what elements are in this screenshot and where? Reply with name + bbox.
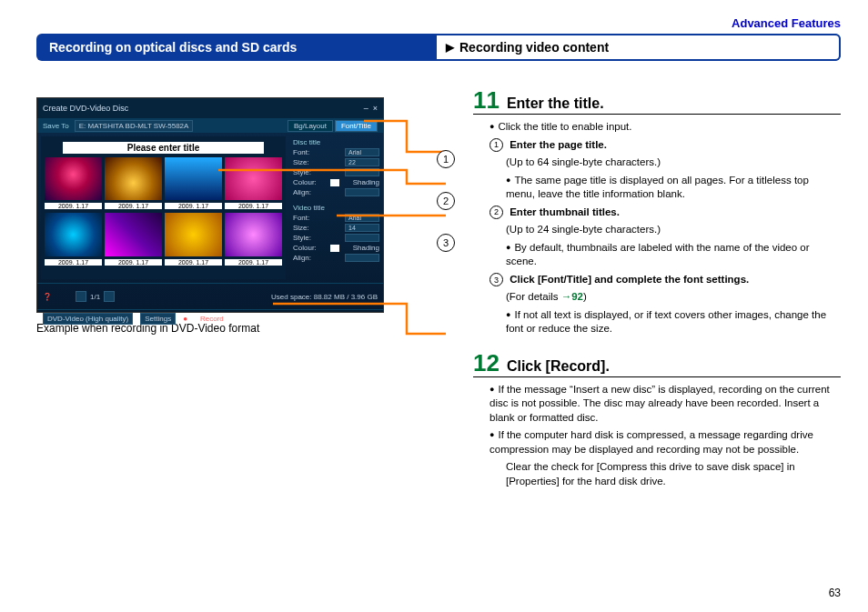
step-line: The same page title is displayed on all … xyxy=(473,174,841,202)
step-line: (Up to 24 single-byte characters.) xyxy=(473,223,841,237)
step-line: (Up to 64 single-byte characters.) xyxy=(473,156,841,170)
prev-page-button[interactable] xyxy=(76,291,86,302)
next-page-button[interactable] xyxy=(104,291,115,302)
callout-3: 3 xyxy=(437,234,455,252)
step-title: Click [Record]. xyxy=(507,358,610,375)
window-title: Create DVD-Video Disc xyxy=(43,104,128,113)
size-select-2[interactable]: 14 xyxy=(345,224,379,232)
bluebar-right-text: Recording video content xyxy=(459,40,609,55)
tab-font-title[interactable]: Font/Title xyxy=(335,120,378,132)
bluebar-left: Recording on optical discs and SD cards xyxy=(36,40,437,55)
record-icon: ● xyxy=(183,315,187,323)
thumbnail-grid: 2009. 1.17 2009. 1.17 2009. 1.17 2009. 1… xyxy=(45,157,282,256)
section-header: Advanced Features xyxy=(36,16,841,30)
align-select-2[interactable] xyxy=(345,254,379,262)
page-title-input[interactable]: Please enter title xyxy=(63,142,264,154)
thumbnail[interactable]: 2009. 1.17 xyxy=(45,157,102,200)
step-line: Clear the check for [Compress this drive… xyxy=(473,460,841,488)
step-line: 1 Enter the page title. xyxy=(473,138,841,153)
font-select-2[interactable]: Arial xyxy=(345,214,379,222)
step-number: 11 xyxy=(473,88,500,112)
thumbnail[interactable]: 2009. 1.17 xyxy=(165,157,222,200)
thumbnail[interactable]: 2009. 1.17 xyxy=(225,157,282,200)
step-line: By default, thumbnails are labeled with … xyxy=(473,241,841,269)
record-button[interactable]: Record xyxy=(200,315,224,323)
step-number: 12 xyxy=(473,351,500,375)
callout-1: 1 xyxy=(437,150,455,168)
used-space: Used space: 88.82 MB / 3.96 GB xyxy=(271,293,378,301)
chevron-right-icon: ▶ xyxy=(446,41,454,54)
step-line: If not all text is displayed, or if text… xyxy=(473,308,841,336)
size-select[interactable]: 22 xyxy=(345,158,379,166)
callout-2: 2 xyxy=(437,192,455,210)
page-link-92[interactable]: →92 xyxy=(561,291,583,302)
tab-layout[interactable]: Bg/Layout xyxy=(288,120,333,132)
app-screenshot: Create DVD-Video Disc – × Save To E: MAT… xyxy=(36,97,384,313)
thumbnail[interactable]: 2009. 1.17 xyxy=(45,213,102,256)
align-select[interactable] xyxy=(345,188,379,196)
step-title: Enter the title. xyxy=(507,95,604,112)
title-bar: Recording on optical discs and SD cards … xyxy=(36,34,841,61)
step-line: Click the title to enable input. xyxy=(473,120,841,135)
step-line: (For details →92) xyxy=(473,290,841,305)
colour-swatch[interactable] xyxy=(330,179,339,186)
colour-swatch-2[interactable] xyxy=(330,245,339,252)
step-line: 2 Enter thumbnail titles. xyxy=(473,206,841,220)
drive-select[interactable]: E: MATSHITA BD-MLT SW-5582A xyxy=(75,120,194,132)
font-select[interactable]: Arial xyxy=(345,148,379,156)
step-line: 3 Click [Font/Title] and complete the fo… xyxy=(473,273,841,287)
side-panel: Disc title Font:Arial Size:22 Style: Col… xyxy=(289,133,383,283)
style-select[interactable] xyxy=(345,168,379,176)
page-number: 63 xyxy=(829,587,841,599)
settings-button[interactable]: Settings xyxy=(140,313,176,325)
step-12: 12 Click [Record]. If the message “Inser… xyxy=(473,351,841,489)
pager-text: 1/1 xyxy=(90,293,100,301)
style-select-2[interactable] xyxy=(345,234,379,242)
format-select[interactable]: DVD-Video (High quality) xyxy=(43,313,133,325)
help-icon[interactable]: ❓ xyxy=(43,293,52,301)
step-11: 11 Enter the title. Click the title to e… xyxy=(473,88,841,336)
thumbnail[interactable]: 2009. 1.17 xyxy=(105,213,162,256)
step-line: If the computer hard disk is compressed,… xyxy=(473,428,841,456)
thumbnail[interactable]: 2009. 1.17 xyxy=(225,213,282,256)
bluebar-right: ▶ Recording video content xyxy=(437,34,841,61)
thumbnail[interactable]: 2009. 1.17 xyxy=(165,213,222,256)
thumbnail[interactable]: 2009. 1.17 xyxy=(105,157,162,200)
window-controls: – × xyxy=(364,104,378,113)
step-line: If the message “Insert a new disc” is di… xyxy=(473,383,841,426)
save-to-label: Save To xyxy=(43,122,69,130)
